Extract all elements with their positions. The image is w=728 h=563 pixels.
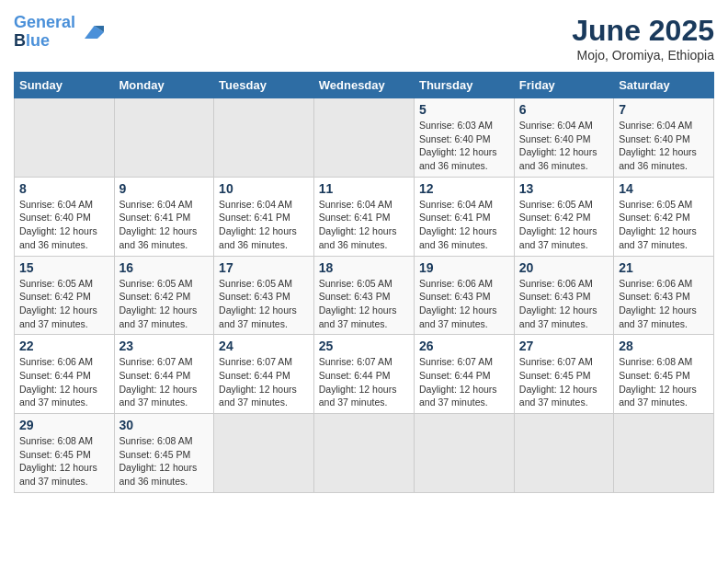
day-number: 13 — [519, 181, 609, 196]
day-info: Sunrise: 6:08 AMSunset: 6:45 PMDaylight:… — [119, 434, 210, 488]
calendar-cell: 7 Sunrise: 6:04 AMSunset: 6:40 PMDayligh… — [614, 98, 714, 178]
day-info: Sunrise: 6:07 AMSunset: 6:45 PMDaylight:… — [519, 355, 609, 409]
calendar-table: Sunday Monday Tuesday Wednesday Thursday… — [14, 72, 714, 493]
calendar-cell: 19 Sunrise: 6:06 AMSunset: 6:43 PMDaylig… — [414, 256, 514, 335]
calendar-cell: 5 Sunrise: 6:03 AMSunset: 6:40 PMDayligh… — [414, 98, 514, 178]
calendar-cell — [214, 414, 314, 493]
calendar-cell: 14 Sunrise: 6:05 AMSunset: 6:42 PMDaylig… — [614, 177, 714, 256]
day-number: 29 — [19, 418, 109, 432]
calendar-cell — [15, 98, 115, 178]
col-friday: Friday — [514, 73, 613, 98]
col-thursday: Thursday — [414, 73, 514, 98]
day-number: 30 — [119, 418, 210, 432]
day-number: 15 — [19, 260, 109, 275]
calendar-cell: 10 Sunrise: 6:04 AMSunset: 6:41 PMDaylig… — [214, 177, 314, 256]
day-number: 14 — [619, 181, 709, 196]
day-info: Sunrise: 6:06 AMSunset: 6:43 PMDaylight:… — [519, 277, 609, 331]
logo-text: GeneralBlue — [14, 14, 75, 51]
calendar-cell: 8 Sunrise: 6:04 AMSunset: 6:40 PMDayligh… — [15, 177, 115, 256]
day-number: 19 — [419, 260, 509, 275]
col-wednesday: Wednesday — [313, 73, 414, 98]
col-monday: Monday — [114, 73, 214, 98]
day-number: 16 — [119, 260, 210, 275]
calendar-cell: 29 Sunrise: 6:08 AMSunset: 6:45 PMDaylig… — [15, 414, 115, 493]
day-number: 11 — [319, 181, 409, 196]
day-number: 10 — [219, 181, 309, 196]
calendar-cell: 6 Sunrise: 6:04 AMSunset: 6:40 PMDayligh… — [514, 98, 613, 178]
day-info: Sunrise: 6:04 AMSunset: 6:41 PMDaylight:… — [319, 198, 409, 252]
calendar-cell: 27 Sunrise: 6:07 AMSunset: 6:45 PMDaylig… — [514, 335, 613, 414]
calendar-cell: 30 Sunrise: 6:08 AMSunset: 6:45 PMDaylig… — [114, 414, 214, 493]
day-number: 21 — [619, 260, 709, 275]
day-info: Sunrise: 6:08 AMSunset: 6:45 PMDaylight:… — [19, 434, 109, 488]
day-number: 26 — [419, 339, 509, 353]
day-number: 20 — [519, 260, 609, 275]
calendar-cell: 22 Sunrise: 6:06 AMSunset: 6:44 PMDaylig… — [15, 335, 115, 414]
day-number: 24 — [219, 339, 309, 353]
day-info: Sunrise: 6:07 AMSunset: 6:44 PMDaylight:… — [319, 355, 409, 409]
day-number: 5 — [419, 102, 509, 117]
calendar-cell: 23 Sunrise: 6:07 AMSunset: 6:44 PMDaylig… — [114, 335, 214, 414]
calendar-cell — [514, 414, 613, 493]
day-info: Sunrise: 6:05 AMSunset: 6:43 PMDaylight:… — [319, 277, 409, 331]
calendar-cell: 15 Sunrise: 6:05 AMSunset: 6:42 PMDaylig… — [15, 256, 115, 335]
day-info: Sunrise: 6:04 AMSunset: 6:40 PMDaylight:… — [19, 198, 109, 252]
calendar-cell: 11 Sunrise: 6:04 AMSunset: 6:41 PMDaylig… — [313, 177, 414, 256]
day-info: Sunrise: 6:05 AMSunset: 6:42 PMDaylight:… — [619, 198, 709, 252]
calendar-cell: 13 Sunrise: 6:05 AMSunset: 6:42 PMDaylig… — [514, 177, 613, 256]
day-info: Sunrise: 6:07 AMSunset: 6:44 PMDaylight:… — [219, 355, 309, 409]
day-info: Sunrise: 6:05 AMSunset: 6:42 PMDaylight:… — [119, 277, 210, 331]
day-info: Sunrise: 6:06 AMSunset: 6:43 PMDaylight:… — [619, 277, 709, 331]
day-number: 27 — [519, 339, 609, 353]
day-number: 8 — [19, 181, 109, 196]
day-number: 17 — [219, 260, 309, 275]
calendar-cell: 24 Sunrise: 6:07 AMSunset: 6:44 PMDaylig… — [214, 335, 314, 414]
col-tuesday: Tuesday — [214, 73, 314, 98]
calendar-week-2: 8 Sunrise: 6:04 AMSunset: 6:40 PMDayligh… — [15, 177, 714, 256]
calendar-cell — [414, 414, 514, 493]
calendar-cell — [313, 98, 414, 178]
day-number: 22 — [19, 339, 109, 353]
day-number: 6 — [519, 102, 609, 117]
calendar-cell: 25 Sunrise: 6:07 AMSunset: 6:44 PMDaylig… — [313, 335, 414, 414]
day-info: Sunrise: 6:04 AMSunset: 6:41 PMDaylight:… — [119, 198, 210, 252]
calendar-cell: 21 Sunrise: 6:06 AMSunset: 6:43 PMDaylig… — [614, 256, 714, 335]
calendar-cell: 20 Sunrise: 6:06 AMSunset: 6:43 PMDaylig… — [514, 256, 613, 335]
day-info: Sunrise: 6:04 AMSunset: 6:40 PMDaylight:… — [619, 119, 709, 173]
day-info: Sunrise: 6:04 AMSunset: 6:41 PMDaylight:… — [219, 198, 309, 252]
day-info: Sunrise: 6:06 AMSunset: 6:43 PMDaylight:… — [419, 277, 509, 331]
calendar-week-1: 5 Sunrise: 6:03 AMSunset: 6:40 PMDayligh… — [15, 98, 714, 178]
day-number: 23 — [119, 339, 210, 353]
calendar-week-4: 22 Sunrise: 6:06 AMSunset: 6:44 PMDaylig… — [15, 335, 714, 414]
day-info: Sunrise: 6:08 AMSunset: 6:45 PMDaylight:… — [619, 355, 709, 409]
day-number: 9 — [119, 181, 210, 196]
col-saturday: Saturday — [614, 73, 714, 98]
day-number: 28 — [619, 339, 709, 353]
day-info: Sunrise: 6:03 AMSunset: 6:40 PMDaylight:… — [419, 119, 509, 173]
col-sunday: Sunday — [15, 73, 115, 98]
header-row: Sunday Monday Tuesday Wednesday Thursday… — [15, 73, 714, 98]
day-info: Sunrise: 6:05 AMSunset: 6:42 PMDaylight:… — [19, 277, 109, 331]
calendar-cell: 28 Sunrise: 6:08 AMSunset: 6:45 PMDaylig… — [614, 335, 714, 414]
calendar-week-3: 15 Sunrise: 6:05 AMSunset: 6:42 PMDaylig… — [15, 256, 714, 335]
month-title: June 2025 — [572, 14, 714, 48]
day-info: Sunrise: 6:06 AMSunset: 6:44 PMDaylight:… — [19, 355, 109, 409]
calendar-week-5: 29 Sunrise: 6:08 AMSunset: 6:45 PMDaylig… — [15, 414, 714, 493]
day-info: Sunrise: 6:05 AMSunset: 6:43 PMDaylight:… — [219, 277, 309, 331]
day-number: 18 — [319, 260, 409, 275]
day-info: Sunrise: 6:07 AMSunset: 6:44 PMDaylight:… — [119, 355, 210, 409]
page-header: GeneralBlue June 2025 Mojo, Oromiya, Eth… — [14, 14, 714, 63]
calendar-cell — [614, 414, 714, 493]
logo: GeneralBlue — [14, 14, 104, 51]
calendar-cell: 26 Sunrise: 6:07 AMSunset: 6:44 PMDaylig… — [414, 335, 514, 414]
day-info: Sunrise: 6:07 AMSunset: 6:44 PMDaylight:… — [419, 355, 509, 409]
day-number: 12 — [419, 181, 509, 196]
calendar-cell — [214, 98, 314, 178]
location-subtitle: Mojo, Oromiya, Ethiopia — [572, 48, 714, 63]
calendar-cell: 16 Sunrise: 6:05 AMSunset: 6:42 PMDaylig… — [114, 256, 214, 335]
title-area: June 2025 Mojo, Oromiya, Ethiopia — [572, 14, 714, 63]
calendar-cell — [313, 414, 414, 493]
day-info: Sunrise: 6:04 AMSunset: 6:41 PMDaylight:… — [419, 198, 509, 252]
day-info: Sunrise: 6:05 AMSunset: 6:42 PMDaylight:… — [519, 198, 609, 252]
day-number: 7 — [619, 102, 709, 117]
